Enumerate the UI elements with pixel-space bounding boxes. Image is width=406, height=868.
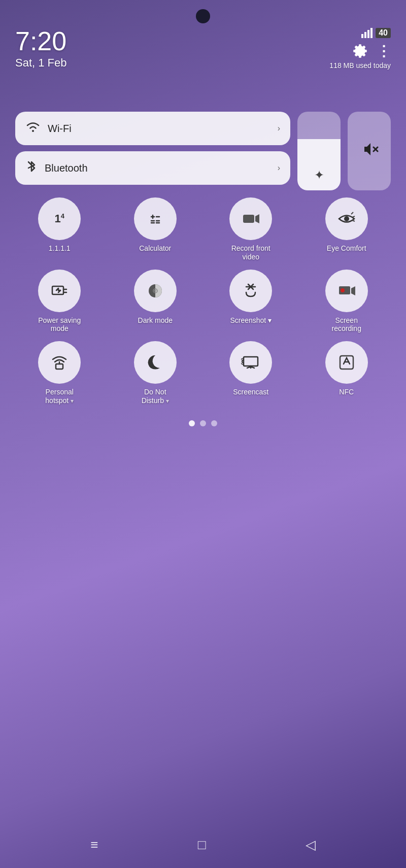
status-bar: 7:20 Sat, 1 Feb 40 [0,28,406,70]
signal-icon [361,28,373,38]
bluetooth-icon [25,159,38,177]
eye-comfort-icon [337,209,356,228]
dark-mode-circle [134,270,177,312]
screenshot-icon [241,281,260,301]
quick-tile-screen-recording[interactable]: Screen recording [302,270,391,333]
control-panel: Wi-Fi › Bluetooth › ✦ [15,112,391,426]
screen-recording-icon [337,281,356,301]
svg-point-31 [341,288,345,292]
svg-rect-3 [370,28,373,38]
bluetooth-chevron: › [278,163,280,173]
screen-recording-label: Screen recording [324,316,369,333]
nav-home-icon[interactable]: □ [198,837,206,853]
screencast-label: Screencast [233,388,268,396]
nfc-icon [337,353,356,372]
brightness-fill [297,139,341,190]
svg-rect-34 [244,357,258,366]
wifi-chevron: › [278,124,280,133]
bluetooth-label: Bluetooth [45,162,270,174]
svg-rect-32 [56,364,63,369]
quick-tile-eye-comfort[interactable]: Eye Comfort [302,197,391,261]
wifi-label: Wi-Fi [48,123,270,135]
record-front-label: Record front video [228,244,274,261]
dnd-circle [134,341,177,384]
quick-tile-calculator[interactable]: Calculator [111,197,200,261]
page-dots [15,420,391,426]
dark-mode-label: Dark mode [138,316,173,325]
quick-tile-dark-mode[interactable]: Dark mode [111,270,200,333]
quick-tile-screencast[interactable]: Screencast [207,341,295,405]
settings-row: ⋮ [351,42,391,59]
page-dot-3 [211,420,217,426]
quick-tile-dnd[interactable]: Do Not Disturb ▾ [111,341,200,405]
calculator-icon [146,210,164,228]
eye-comfort-label: Eye Comfort [327,244,366,253]
personal-hotspot-label: Personal hotspot ▾ [37,388,82,405]
wifi-icon [25,121,41,136]
signal-row: 40 [361,28,391,38]
screen-recording-circle [325,270,368,312]
quick-tile-personal-hotspot[interactable]: Personal hotspot ▾ [15,341,104,405]
dns-icon: 14 [55,212,64,225]
time-display: 7:20 [15,28,67,54]
svg-rect-13 [243,215,254,223]
svg-rect-1 [364,32,366,38]
svg-point-15 [344,216,349,221]
dnd-icon [146,353,165,372]
power-saving-label: Power saving mode [37,316,82,333]
calculator-circle [134,197,177,240]
camera-notch [196,9,210,23]
power-saving-icon [50,281,69,301]
settings-icon[interactable] [351,42,368,59]
wifi-bluetooth-col: Wi-Fi › Bluetooth › [15,112,290,190]
brightness-slider[interactable]: ✦ [297,112,341,190]
page-dot-2 [200,420,206,426]
record-front-circle [229,197,272,240]
dns-label: 1.1.1.1 [49,244,71,253]
power-saving-circle [38,270,81,312]
quick-tile-record-front[interactable]: Record front video [207,197,295,261]
bluetooth-toggle[interactable]: Bluetooth › [15,151,290,185]
nav-back-icon[interactable]: ◁ [306,837,316,853]
nfc-circle [325,341,368,384]
svg-point-25 [154,290,156,292]
quick-tile-nfc[interactable]: NFC [302,341,391,405]
mute-toggle[interactable] [348,112,391,190]
svg-marker-30 [351,286,355,295]
svg-rect-2 [367,30,369,38]
quick-tile-dns[interactable]: 14 1.1.1.1 [15,197,104,261]
status-icons: 40 ⋮ 118 MB used today [329,28,391,70]
quick-tiles-grid: 14 1.1.1.1 Calculator [15,197,391,405]
hotspot-arrow: ▾ [71,397,74,405]
brightness-sun-icon: ✦ [314,168,324,182]
dark-mode-icon [146,281,165,301]
page-dot-1 [189,420,195,426]
svg-rect-0 [361,34,363,38]
navigation-bar: ≡ □ ◁ [0,837,406,853]
time-date: 7:20 Sat, 1 Feb [15,28,67,70]
screenshot-circle [229,270,272,312]
calculator-label: Calculator [139,244,171,253]
dnd-label: Do Not Disturb ▾ [132,388,178,405]
screencast-icon [241,353,260,372]
date-display: Sat, 1 Feb [15,56,67,70]
quick-tile-power-saving[interactable]: Power saving mode [15,270,104,333]
data-usage: 118 MB used today [329,61,391,70]
nav-menu-icon[interactable]: ≡ [90,837,98,853]
personal-hotspot-icon [50,353,69,372]
top-controls-row: Wi-Fi › Bluetooth › ✦ [15,112,391,190]
nfc-label: NFC [339,388,354,396]
dnd-arrow: ▾ [166,397,169,405]
screencast-circle [229,341,272,384]
dns-circle: 14 [38,197,81,240]
phone-screen: 7:20 Sat, 1 Feb 40 [0,0,406,868]
wifi-toggle[interactable]: Wi-Fi › [15,112,290,145]
personal-hotspot-circle [38,341,81,384]
battery-icon: 40 [376,28,391,38]
quick-tile-screenshot[interactable]: Screenshot ▾ [207,270,295,333]
mute-icon [360,140,379,162]
screenshot-label: Screenshot ▾ [230,316,272,325]
record-front-icon [241,209,260,228]
eye-comfort-circle [325,197,368,240]
more-options-icon[interactable]: ⋮ [377,43,391,59]
